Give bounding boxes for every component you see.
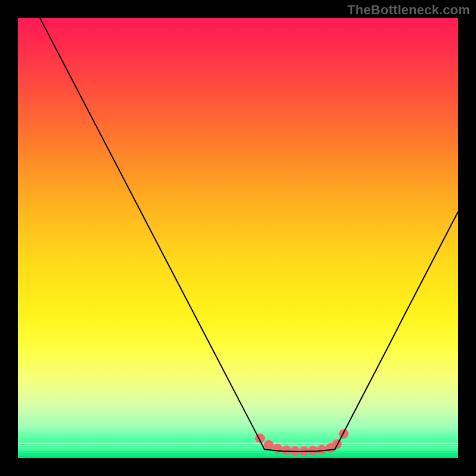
plot-area: [18, 18, 458, 458]
svg-point-10: [339, 429, 348, 439]
svg-point-1: [264, 440, 274, 450]
curve-overlay: [18, 18, 458, 458]
bottleneck-curve: [40, 18, 458, 452]
chart-stage: TheBottleneck.com: [0, 0, 476, 476]
svg-point-3: [281, 446, 291, 455]
svg-point-2: [273, 444, 282, 453]
watermark-text: TheBottleneck.com: [347, 2, 470, 18]
